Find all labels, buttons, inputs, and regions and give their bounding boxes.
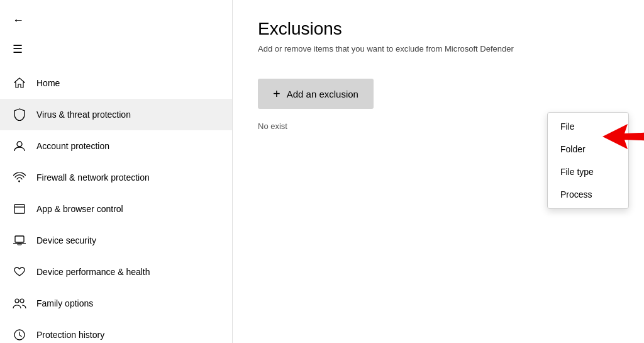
heart-icon bbox=[13, 265, 26, 279]
plus-icon: + bbox=[273, 87, 280, 100]
sidebar-item-history[interactable]: Protection history bbox=[0, 319, 232, 343]
dropdown-item-filetype[interactable]: File type bbox=[548, 160, 628, 183]
sidebar-item-device-security[interactable]: Device security bbox=[0, 225, 232, 256]
main-content: Exclusions Add or remove items that you … bbox=[233, 0, 644, 343]
clock-icon bbox=[13, 328, 26, 342]
home-icon bbox=[13, 76, 26, 90]
sidebar-item-browser[interactable]: App & browser control bbox=[0, 193, 232, 225]
shield-icon bbox=[13, 108, 26, 121]
sidebar-item-home[interactable]: Home bbox=[0, 67, 232, 99]
laptop-icon bbox=[13, 233, 26, 247]
page-subtitle: Add or remove items that you want to exc… bbox=[258, 44, 619, 53]
person-icon bbox=[13, 139, 26, 153]
sidebar-item-label-device-health: Device performance & health bbox=[36, 266, 150, 278]
sidebar: ← ☰ Home Virus & threat protection bbox=[0, 0, 233, 343]
sidebar-item-label-virus: Virus & threat protection bbox=[36, 109, 131, 120]
sidebar-item-account[interactable]: Account protection bbox=[0, 130, 232, 162]
wifi-icon bbox=[13, 171, 26, 184]
sidebar-item-label-browser: App & browser control bbox=[36, 203, 123, 215]
hamburger-button[interactable]: ☰ bbox=[0, 35, 232, 64]
page-title: Exclusions bbox=[258, 19, 619, 39]
dropdown-item-process[interactable]: Process bbox=[548, 183, 628, 206]
svg-rect-4 bbox=[18, 244, 21, 245]
sidebar-item-label-history: Protection history bbox=[36, 329, 104, 340]
sidebar-item-label-account: Account protection bbox=[36, 140, 109, 152]
svg-point-5 bbox=[15, 299, 19, 303]
nav-list: Home Virus & threat protection Account p… bbox=[0, 67, 232, 343]
sidebar-item-label-device-security: Device security bbox=[36, 235, 96, 246]
sidebar-item-label-home: Home bbox=[36, 77, 60, 89]
sidebar-item-firewall[interactable]: Firewall & network protection bbox=[0, 162, 232, 193]
add-exclusion-label: Add an exclusion bbox=[287, 89, 358, 99]
sidebar-item-virus[interactable]: Virus & threat protection bbox=[0, 99, 232, 130]
svg-point-6 bbox=[20, 299, 24, 303]
family-icon bbox=[13, 296, 26, 310]
sidebar-item-label-family: Family options bbox=[36, 298, 93, 309]
sidebar-item-family[interactable]: Family options bbox=[0, 288, 232, 319]
back-icon: ← bbox=[13, 14, 24, 26]
back-button[interactable]: ← bbox=[0, 6, 232, 35]
add-exclusion-button[interactable]: + Add an exclusion bbox=[258, 79, 374, 109]
hamburger-icon: ☰ bbox=[13, 43, 23, 55]
svg-rect-3 bbox=[15, 236, 24, 242]
sidebar-item-device-health[interactable]: Device performance & health bbox=[0, 256, 232, 288]
arrow-annotation bbox=[602, 121, 644, 155]
svg-point-0 bbox=[17, 142, 22, 147]
sidebar-item-label-firewall: Firewall & network protection bbox=[36, 172, 150, 183]
svg-marker-8 bbox=[602, 124, 644, 149]
svg-rect-1 bbox=[14, 205, 25, 213]
browser-icon bbox=[13, 202, 26, 216]
